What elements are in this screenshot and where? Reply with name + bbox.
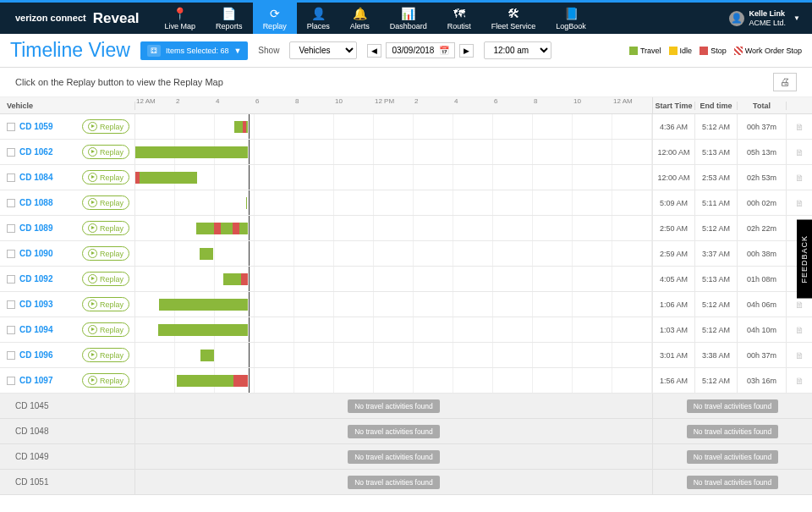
row-action[interactable]: 🗎 xyxy=(787,325,812,335)
end-time: 5:12 AM xyxy=(695,317,738,342)
show-select[interactable]: Vehicles xyxy=(289,41,357,59)
hint-text: Click on the Replay button to view the R… xyxy=(15,77,223,87)
start-time: 1:56 AM xyxy=(653,368,695,393)
row-action[interactable]: 🗎 xyxy=(787,122,812,132)
replay-button[interactable]: Replay xyxy=(82,246,129,261)
vehicle-link[interactable]: CD 1094 xyxy=(19,325,52,334)
replay-icon xyxy=(88,249,97,258)
nav-live-map[interactable]: 📍Live Map xyxy=(155,3,206,34)
replay-button[interactable]: Replay xyxy=(82,348,129,362)
gantt-segment xyxy=(234,121,243,133)
date-prev-button[interactable]: ◀ xyxy=(367,44,381,58)
row-checkbox[interactable] xyxy=(7,123,15,131)
replay-icon xyxy=(88,350,97,360)
table-row: CD 1090 Replay 2:59 AM 3:37 AM 00h 38m 🗎 xyxy=(0,241,812,267)
replay-button[interactable]: Replay xyxy=(82,119,129,134)
right-empty: No travel activities found xyxy=(653,419,812,443)
start-time: 4:05 AM xyxy=(653,267,695,291)
vehicle-link[interactable]: CD 1090 xyxy=(19,249,52,258)
row-checkbox[interactable] xyxy=(7,250,15,258)
row-action[interactable]: 🗎 xyxy=(787,376,812,386)
legend-idle-swatch xyxy=(669,47,678,55)
timeline-cell xyxy=(135,292,653,317)
now-marker xyxy=(249,190,250,215)
nav-label: Routist xyxy=(447,22,471,30)
now-marker xyxy=(249,317,250,342)
date-next-button[interactable]: ▶ xyxy=(459,44,474,58)
chevron-down-icon: ▼ xyxy=(793,14,800,22)
row-checkbox[interactable] xyxy=(7,377,15,385)
vehicle-link[interactable]: CD 1059 xyxy=(19,122,52,131)
col-total: Total xyxy=(738,102,787,110)
nav-label: Places xyxy=(307,22,330,30)
gantt-segment xyxy=(239,223,247,234)
end-time: 5:11 AM xyxy=(695,190,738,215)
row-checkbox[interactable] xyxy=(7,351,15,360)
col-vehicle: Vehicle xyxy=(0,102,135,110)
row-action[interactable]: 🗎 xyxy=(787,198,812,208)
total-time: 01h 08m xyxy=(738,267,787,291)
vehicle-link[interactable]: CD 1088 xyxy=(19,198,52,207)
legend-wo-swatch xyxy=(734,47,743,55)
row-checkbox[interactable] xyxy=(7,199,15,207)
replay-button[interactable]: Replay xyxy=(82,195,129,210)
row-action[interactable]: 🗎 xyxy=(787,173,812,183)
right-empty: No travel activities found xyxy=(653,444,812,469)
time-select[interactable]: 12:00 am xyxy=(484,41,551,59)
user-company: ACME Ltd. xyxy=(749,19,787,28)
nav-routist[interactable]: 🗺Routist xyxy=(437,3,481,34)
row-checkbox[interactable] xyxy=(7,224,15,233)
end-time: 5:13 AM xyxy=(695,267,738,291)
row-checkbox[interactable] xyxy=(7,148,15,157)
feedback-tab[interactable]: FEEDBACK xyxy=(797,220,812,299)
row-checkbox[interactable] xyxy=(7,275,15,284)
items-selected-dropdown[interactable]: ⚃ Items Selected: 68 ▼ xyxy=(140,41,248,60)
timeline-cell xyxy=(135,190,653,215)
replay-button[interactable]: Replay xyxy=(82,373,129,388)
row-action[interactable]: 🗎 xyxy=(787,147,812,157)
nav-icon: 🛠 xyxy=(508,7,519,20)
toolbar: Timeline View ⚃ Items Selected: 68 ▼ Sho… xyxy=(0,34,812,68)
nav-reports[interactable]: 📄Reports xyxy=(206,3,253,34)
replay-button[interactable]: Replay xyxy=(82,145,129,159)
tree-icon: ⚃ xyxy=(147,45,161,57)
vehicle-link[interactable]: CD 1062 xyxy=(19,147,52,157)
replay-label: Replay xyxy=(100,351,123,360)
table-body: CD 1059 Replay 4:36 AM 5:12 AM 00h 37m 🗎… xyxy=(0,114,812,495)
row-action[interactable]: 🗎 xyxy=(787,350,812,361)
row-checkbox[interactable] xyxy=(7,300,15,309)
vehicle-link[interactable]: CD 1084 xyxy=(19,173,52,182)
replay-button[interactable]: Replay xyxy=(82,297,129,311)
hour-label: 2 xyxy=(414,97,453,113)
replay-button[interactable]: Replay xyxy=(82,170,129,184)
print-button[interactable]: 🖨 xyxy=(773,73,797,91)
vehicle-link[interactable]: CD 1093 xyxy=(19,300,52,309)
replay-button[interactable]: Replay xyxy=(82,272,129,286)
end-time: 5:12 AM xyxy=(695,292,738,317)
vehicle-name: CD 1049 xyxy=(0,444,135,469)
vehicle-link[interactable]: CD 1089 xyxy=(19,223,52,233)
nav-dashboard[interactable]: 📊Dashboard xyxy=(380,3,437,34)
gantt-segment xyxy=(223,273,241,285)
date-picker[interactable]: 03/09/2018 📅 xyxy=(386,42,455,58)
vehicle-link[interactable]: CD 1092 xyxy=(19,274,52,284)
nav-places[interactable]: 👤Places xyxy=(297,3,340,34)
col-start: Start Time xyxy=(653,102,695,110)
nav-alerts[interactable]: 🔔Alerts xyxy=(340,3,380,34)
nav-label: LogBook xyxy=(556,22,586,30)
row-checkbox[interactable] xyxy=(7,173,15,182)
replay-button[interactable]: Replay xyxy=(82,221,129,235)
chevron-down-icon: ▼ xyxy=(233,47,241,55)
vehicle-name: CD 1051 xyxy=(0,470,135,494)
legend-travel-swatch xyxy=(629,47,638,55)
replay-button[interactable]: Replay xyxy=(82,322,129,337)
nav-replay[interactable]: ⟳Replay xyxy=(253,3,297,34)
row-checkbox[interactable] xyxy=(7,326,15,334)
vehicle-link[interactable]: CD 1097 xyxy=(19,376,52,385)
row-action[interactable]: 🗎 xyxy=(787,300,812,310)
total-time: 02h 22m xyxy=(738,216,787,240)
user-menu[interactable]: 👤 Kelle Link ACME Ltd. ▼ xyxy=(729,9,812,28)
nav-fleet-service[interactable]: 🛠Fleet Service xyxy=(481,3,546,34)
nav-logbook[interactable]: 📘LogBook xyxy=(546,3,596,34)
vehicle-link[interactable]: CD 1096 xyxy=(19,350,52,360)
